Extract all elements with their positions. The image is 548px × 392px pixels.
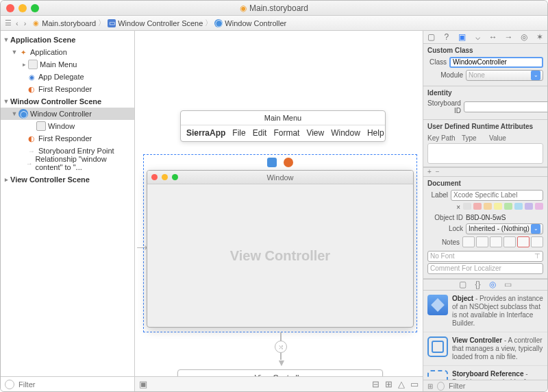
outline-filter-icon[interactable] bbox=[5, 380, 14, 389]
inner-window[interactable]: Window View Controller bbox=[147, 170, 414, 328]
library-view-grid-icon[interactable]: ⊞ bbox=[427, 382, 433, 390]
module-select[interactable]: None⌄ bbox=[466, 70, 543, 81]
swatch[interactable] bbox=[514, 203, 523, 210]
menu-item[interactable]: SierraApp bbox=[186, 128, 225, 138]
segue-icon[interactable]: ⤭ bbox=[275, 341, 287, 353]
window-titlebar: ◉Main.storyboard bbox=[1, 1, 547, 16]
inspector-panel: ▢ ? ▣ ⌵ ↔ → ◎ ✶ Custom Class Class Modul… bbox=[423, 31, 547, 391]
lock-select[interactable]: Inherited - (Nothing)⌄ bbox=[466, 223, 543, 234]
canvas-resolve-icon[interactable]: △ bbox=[398, 379, 405, 389]
outline-filter-input[interactable] bbox=[18, 380, 130, 389]
inspector-tab-connections[interactable]: → bbox=[501, 31, 516, 43]
swatch[interactable] bbox=[473, 203, 482, 210]
scene-first-responder-icon[interactable] bbox=[284, 158, 293, 167]
jump-back-icon[interactable]: ‹ bbox=[16, 19, 18, 27]
storyboard-id-label: Storyboard ID bbox=[427, 99, 461, 114]
inspector-tab-identity[interactable]: ▣ bbox=[454, 31, 470, 43]
toggle-outline-icon[interactable]: ☰ bbox=[5, 19, 12, 27]
menu-item[interactable]: Format bbox=[273, 128, 299, 138]
udra-table[interactable] bbox=[427, 143, 543, 164]
outline-window-item[interactable]: Window bbox=[1, 120, 134, 132]
identity-header: Identity bbox=[427, 89, 543, 97]
library-tab-files[interactable]: ▢ bbox=[459, 280, 466, 289]
menu-item[interactable]: View bbox=[306, 128, 324, 138]
window-controller-icon: ◯ bbox=[18, 109, 28, 119]
notes-color-icon[interactable] bbox=[517, 236, 530, 247]
notes-comment-field[interactable]: Comment For Localizer bbox=[427, 263, 543, 274]
swatch[interactable] bbox=[525, 203, 533, 210]
class-field[interactable] bbox=[449, 57, 543, 68]
notes-underline-icon[interactable] bbox=[490, 236, 502, 247]
canvas-align-icon[interactable]: ⊟ bbox=[372, 379, 379, 389]
scene-view-controller[interactable]: ▸View Controller Scene bbox=[1, 173, 134, 186]
jump-crumb-file[interactable]: ◉Main.storyboard bbox=[32, 19, 96, 27]
scene-window-controller[interactable]: ▼Window Controller Scene bbox=[1, 95, 134, 108]
jump-forward-icon[interactable]: › bbox=[24, 19, 27, 27]
notes-toolbar[interactable] bbox=[462, 236, 543, 247]
outline-first-responder-1[interactable]: ◐First Responder bbox=[1, 83, 134, 95]
entry-point-icon: → bbox=[27, 146, 36, 156]
library-tab-code[interactable]: {} bbox=[475, 280, 480, 289]
storyboard-id-field[interactable] bbox=[464, 101, 547, 112]
outline-first-responder-2[interactable]: ◐First Responder bbox=[1, 132, 134, 145]
cube-icon bbox=[427, 295, 448, 315]
library-filter-icon[interactable] bbox=[437, 382, 445, 391]
appdelegate-icon: ◉ bbox=[27, 72, 36, 82]
inspector-tab-bindings[interactable]: ◎ bbox=[516, 31, 532, 43]
doc-label-field[interactable] bbox=[451, 190, 543, 201]
outline-app-delegate[interactable]: ◉App Delegate bbox=[1, 71, 134, 83]
library-tab-media[interactable]: ▭ bbox=[504, 280, 512, 289]
menu-item[interactable]: Help bbox=[367, 128, 384, 138]
relationship-icon: → bbox=[25, 158, 34, 168]
swatch[interactable] bbox=[494, 203, 502, 210]
device-config-icon[interactable]: ▣ bbox=[139, 379, 147, 389]
label-color-swatches[interactable] bbox=[463, 203, 543, 210]
notes-italic-icon[interactable] bbox=[476, 236, 488, 247]
notes-more-icon[interactable] bbox=[531, 236, 543, 247]
notes-strike-icon[interactable] bbox=[503, 236, 516, 247]
canvas-embed-icon[interactable]: ▭ bbox=[410, 379, 419, 389]
library-item[interactable]: View Controller - A controller that mana… bbox=[423, 332, 547, 366]
inspector-tab-file[interactable]: ▢ bbox=[423, 31, 439, 43]
outline-main-menu[interactable]: ▸Main Menu bbox=[1, 58, 134, 71]
canvas[interactable]: Main Menu SierraApp File Edit Format Vie… bbox=[135, 31, 423, 376]
menu-item[interactable]: Edit bbox=[253, 128, 267, 138]
scene-application[interactable]: ▼Application Scene bbox=[1, 34, 134, 46]
notes-font-field[interactable]: No Font⊤ bbox=[427, 251, 543, 262]
notes-bold-icon[interactable] bbox=[462, 236, 475, 247]
jump-crumb-scene[interactable]: ▭Window Controller Scene bbox=[108, 19, 203, 27]
scene-owner-icon[interactable] bbox=[267, 158, 277, 167]
library-item[interactable]: Object - Provides an instance of an NSOb… bbox=[423, 291, 547, 332]
swatch[interactable] bbox=[535, 203, 543, 210]
udra-remove-button[interactable]: − bbox=[436, 168, 440, 175]
inspector-tab-size[interactable]: ↔ bbox=[486, 31, 501, 43]
vc-icon bbox=[427, 336, 448, 357]
outline-relationship[interactable]: →Relationship "window content" to "... bbox=[1, 157, 134, 169]
window-controller-scene[interactable]: Window View Controller bbox=[143, 154, 417, 332]
main-menu-scene[interactable]: Main Menu SierraApp File Edit Format Vie… bbox=[180, 110, 386, 142]
canvas-pin-icon[interactable]: ⊞ bbox=[385, 379, 393, 389]
library-filter-input[interactable] bbox=[449, 382, 543, 390]
library-tab-objects[interactable]: ◎ bbox=[489, 280, 496, 289]
sb-icon bbox=[427, 370, 448, 380]
font-picker-icon[interactable]: ⊤ bbox=[534, 252, 540, 260]
outline-application[interactable]: ▼✦Application bbox=[1, 46, 134, 58]
lock-label: Lock bbox=[427, 225, 463, 232]
custom-class-header: Custom Class bbox=[427, 47, 543, 54]
view-controller-placeholder: View Controller bbox=[147, 184, 413, 327]
inspector-tab-effects[interactable]: ✶ bbox=[532, 31, 547, 43]
swatch[interactable] bbox=[484, 203, 492, 210]
udra-add-button[interactable]: + bbox=[427, 168, 432, 175]
swatch[interactable] bbox=[504, 203, 512, 210]
inspector-tab-attrs[interactable]: ⌵ bbox=[470, 31, 486, 43]
menu-item[interactable]: Window bbox=[331, 128, 360, 138]
view-controller-scene[interactable]: View Controller bbox=[177, 369, 383, 376]
library-item[interactable]: Storyboard Reference - Provides a placeh… bbox=[423, 366, 547, 380]
swatch[interactable] bbox=[463, 203, 471, 210]
inspector-tab-help[interactable]: ? bbox=[439, 31, 455, 43]
library-item-text: Storyboard Reference - Provides a placeh… bbox=[452, 370, 543, 380]
menu-item[interactable]: File bbox=[232, 128, 245, 138]
jump-crumb-controller[interactable]: ◯Window Controller bbox=[214, 19, 286, 27]
outline-window-controller[interactable]: ▼◯Window Controller bbox=[1, 108, 134, 120]
object-library[interactable]: Object - Provides an instance of an NSOb… bbox=[423, 291, 547, 380]
